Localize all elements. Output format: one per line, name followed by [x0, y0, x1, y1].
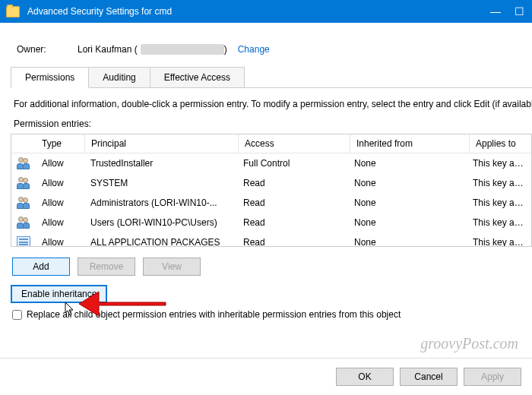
table-row[interactable]: AllowALL APPLICATION PACKAGESReadNoneThi… [11, 232, 531, 246]
tab-strip: Permissions Auditing Effective Access [11, 67, 532, 88]
info-text: For additional information, double-click… [14, 99, 532, 109]
group-icon [17, 216, 30, 229]
col-applies[interactable]: Applies to [470, 134, 531, 153]
window-title: Advanced Security Settings for cmd [27, 6, 490, 17]
table-row[interactable]: AllowAdministrators (LORI-WIN10-...ReadN… [11, 193, 531, 213]
watermark: groovyPost.com [420, 335, 518, 352]
advanced-security-window: Advanced Security Settings for cmd — ☐ O… [0, 0, 532, 395]
package-icon [17, 236, 30, 246]
tab-permissions[interactable]: Permissions [11, 67, 89, 88]
owner-row: Owner: Lori Kaufman ( ) Change [17, 44, 532, 55]
col-type[interactable]: Type [36, 134, 85, 153]
ok-button[interactable]: OK [336, 368, 394, 386]
cancel-button[interactable]: Cancel [400, 368, 458, 386]
col-inherited[interactable]: Inherited from [350, 134, 470, 153]
grid-body[interactable]: AllowTrustedInstallerFull ControlNoneThi… [11, 153, 531, 246]
grid-header: Type Principal Access Inherited from App… [11, 134, 531, 153]
permission-entries-label: Permission entries: [14, 118, 532, 129]
enable-inheritance-button[interactable]: Enable inheritance [11, 285, 107, 303]
apply-button: Apply [464, 368, 521, 386]
permission-grid: Type Principal Access Inherited from App… [11, 134, 532, 247]
content-area: Owner: Lori Kaufman ( ) Change Permissio… [0, 23, 532, 395]
redacted-text [141, 44, 224, 55]
folder-icon [6, 6, 20, 17]
titlebar: Advanced Security Settings for cmd — ☐ [0, 0, 532, 23]
group-icon [17, 177, 30, 189]
entry-buttons: Add Remove View [12, 258, 532, 276]
table-row[interactable]: AllowSYSTEMReadNoneThis key and subkeys [11, 173, 531, 193]
change-owner-link[interactable]: Change [238, 44, 270, 55]
replace-checkbox[interactable] [12, 310, 22, 320]
table-row[interactable]: AllowTrustedInstallerFull ControlNoneThi… [11, 153, 531, 173]
add-button[interactable]: Add [12, 258, 70, 276]
maximize-icon[interactable]: ☐ [515, 6, 524, 17]
col-access[interactable]: Access [239, 134, 350, 153]
view-button: View [143, 258, 201, 276]
owner-name: Lori Kaufman ( ) [78, 44, 227, 55]
col-principal[interactable]: Principal [85, 134, 239, 153]
replace-checkbox-row: Replace all child object permission entr… [12, 309, 532, 320]
group-icon [17, 197, 30, 209]
tab-auditing[interactable]: Auditing [88, 67, 150, 87]
dialog-footer: OK Cancel Apply [0, 358, 532, 395]
replace-checkbox-label: Replace all child object permission entr… [27, 309, 401, 320]
minimize-icon[interactable]: — [490, 6, 501, 17]
window-controls: — ☐ [490, 6, 524, 17]
owner-label: Owner: [17, 44, 78, 55]
table-row[interactable]: AllowUsers (LORI-WIN10-PC\Users)ReadNone… [11, 213, 531, 232]
remove-button: Remove [78, 258, 135, 276]
tab-effective-access[interactable]: Effective Access [150, 67, 245, 87]
group-icon [17, 157, 30, 169]
